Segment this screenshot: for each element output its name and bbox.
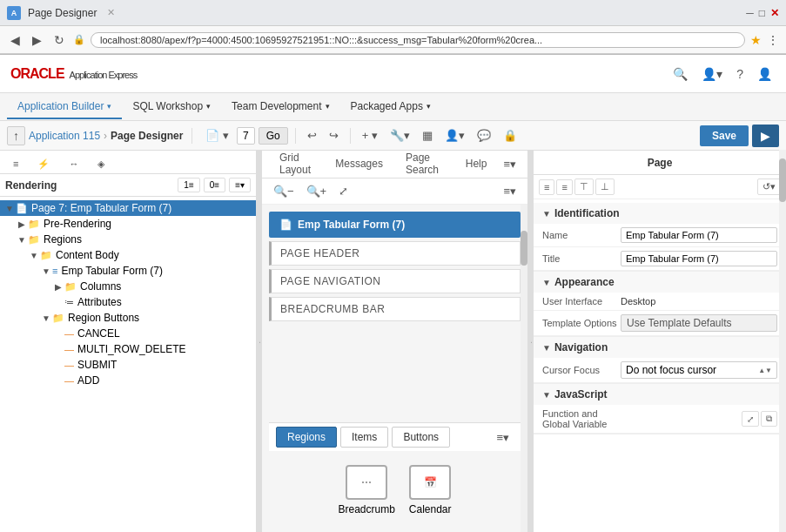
zoom-in-btn[interactable]: 🔍+ bbox=[302, 182, 332, 200]
center-scrollbar-thumb[interactable] bbox=[521, 231, 527, 266]
redo-button[interactable]: ↪ bbox=[325, 126, 343, 145]
component-breadcrumb[interactable]: ⋯ Breadcrumb bbox=[338, 465, 394, 515]
tree-item-attributes[interactable]: ≔ Attributes bbox=[0, 294, 256, 310]
back-button[interactable]: ◀ bbox=[7, 31, 24, 49]
component-calendar[interactable]: 📅 Calendar bbox=[409, 465, 452, 515]
nav-item-application-builder[interactable]: Application Builder ▾ bbox=[7, 95, 122, 119]
section-identification-header[interactable]: ▼ Identification bbox=[534, 203, 786, 224]
undo-button[interactable]: ↩ bbox=[303, 126, 321, 145]
section-javascript-label: JavaScript bbox=[554, 388, 608, 401]
tree-toggle-page7[interactable]: ▼ bbox=[3, 204, 16, 213]
maximize-btn[interactable]: □ bbox=[759, 7, 765, 19]
template-options-btn[interactable]: Use Template Defaults bbox=[621, 314, 777, 332]
page-component-box[interactable]: 📄 Emp Tabular Form (7) bbox=[269, 212, 521, 238]
align-left-btn[interactable]: ≡ bbox=[539, 179, 554, 195]
tree-toggle-pre-rendering[interactable]: ▶ bbox=[16, 219, 28, 229]
add-button[interactable]: + ▾ bbox=[358, 126, 382, 145]
forward-button[interactable]: ▶ bbox=[29, 31, 45, 49]
tree-item-add[interactable]: — ADD bbox=[0, 373, 256, 388]
expand-btn[interactable]: ⤢ bbox=[334, 182, 353, 200]
go-button[interactable]: Go bbox=[259, 127, 288, 145]
tab-page-search[interactable]: Page Search bbox=[395, 146, 453, 183]
page-number[interactable]: 7 bbox=[237, 127, 255, 145]
help-button[interactable]: ? bbox=[733, 64, 747, 84]
tree-toggle-content-body[interactable]: ▼ bbox=[28, 251, 40, 260]
section-appearance-header[interactable]: ▼ Appearance bbox=[534, 272, 786, 293]
tree-toggle-region-buttons[interactable]: ▼ bbox=[40, 313, 52, 323]
search-button[interactable]: 🔍 bbox=[669, 64, 691, 84]
tab-messages[interactable]: Messages bbox=[325, 152, 393, 177]
minimize-btn[interactable]: ─ bbox=[746, 7, 754, 19]
tree-item-multi-row-delete[interactable]: — MULTI_ROW_DELETE bbox=[0, 341, 256, 357]
save-button[interactable]: Save bbox=[700, 125, 749, 146]
settings-button[interactable]: 🔧▾ bbox=[386, 126, 414, 145]
lock-toolbar-button[interactable]: 🔒 bbox=[499, 126, 521, 145]
left-tab-shared[interactable]: ↔ bbox=[61, 154, 86, 173]
bottom-menu-btn[interactable]: ≡▾ bbox=[492, 428, 514, 447]
bookmark-icon[interactable]: ★ bbox=[750, 33, 762, 47]
right-scrollbar[interactable] bbox=[779, 150, 786, 532]
tab-help[interactable]: Help bbox=[455, 152, 498, 177]
up-button[interactable]: ↑ bbox=[7, 126, 25, 145]
tree-item-submit[interactable]: — SUBMIT bbox=[0, 357, 256, 373]
user-button[interactable]: 👤 bbox=[754, 64, 776, 84]
view-numbered-btn[interactable]: 1≡ bbox=[178, 178, 199, 192]
refresh-button[interactable]: ↻ bbox=[50, 31, 68, 49]
function-copy-btn[interactable]: ⧉ bbox=[761, 411, 777, 427]
title-input[interactable] bbox=[621, 251, 777, 266]
tree-toggle-emp-tabular[interactable]: ▼ bbox=[40, 266, 52, 276]
breadcrumb-app[interactable]: Application 115 bbox=[29, 130, 100, 142]
tree-item-emp-tabular[interactable]: ▼ ≡ Emp Tabular Form (7) bbox=[0, 263, 256, 279]
address-input[interactable] bbox=[91, 32, 745, 48]
account-menu-button[interactable]: 👤▾ bbox=[698, 64, 726, 84]
bottom-tab-items[interactable]: Items bbox=[340, 427, 388, 448]
nav-item-team-development[interactable]: Team Development ▾ bbox=[221, 95, 339, 119]
tree-item-pre-rendering[interactable]: ▶ 📁 Pre-Rendering bbox=[0, 216, 256, 232]
tree-toggle-regions[interactable]: ▼ bbox=[16, 235, 28, 245]
tree-item-content-body[interactable]: ▼ 📁 Content Body bbox=[0, 247, 256, 263]
nav-arrow-2: ▾ bbox=[326, 102, 330, 111]
nav-item-sql-workshop[interactable]: SQL Workshop ▾ bbox=[122, 95, 221, 119]
tab-close-icon[interactable]: ✕ bbox=[107, 7, 115, 18]
left-tab-list[interactable]: ≡ bbox=[5, 154, 26, 173]
center-menu-btn[interactable]: ≡▾ bbox=[499, 155, 521, 173]
center-scrollbar[interactable] bbox=[521, 205, 527, 532]
view-flat-btn[interactable]: 0≡ bbox=[204, 178, 225, 192]
chat-button[interactable]: 💬 bbox=[473, 126, 495, 145]
align-bottom-btn[interactable]: ⊥ bbox=[595, 178, 615, 195]
cursor-focus-select[interactable]: Do not focus cursor ▲▼ bbox=[621, 361, 777, 379]
section-navigation-header[interactable]: ▼ Navigation bbox=[534, 337, 786, 358]
view-menu-btn[interactable]: ≡▾ bbox=[229, 178, 251, 192]
tab-grid-layout[interactable]: Grid Layout bbox=[269, 146, 323, 183]
tree-item-columns[interactable]: ▶ 📁 Columns bbox=[0, 279, 256, 294]
page-menu-button[interactable]: 📄 ▾ bbox=[201, 126, 233, 145]
left-tab-lightning[interactable]: ⚡ bbox=[30, 154, 57, 173]
nav-item-packaged-apps[interactable]: Packaged Apps ▾ bbox=[340, 95, 441, 119]
zoom-out-btn[interactable]: 🔍− bbox=[269, 182, 299, 200]
grid-button[interactable]: ▦ bbox=[418, 126, 437, 145]
browser-menu-button[interactable]: ⋮ bbox=[767, 33, 779, 47]
bottom-tab-buttons[interactable]: Buttons bbox=[392, 427, 450, 448]
section-page-navigation[interactable]: PAGE NAVIGATION bbox=[269, 269, 521, 293]
section-javascript-header[interactable]: ▼ JavaScript bbox=[534, 384, 786, 405]
section-breadcrumb-bar[interactable]: BREADCRUMB BAR bbox=[269, 297, 521, 321]
tree-toggle-columns[interactable]: ▶ bbox=[52, 282, 64, 292]
center-view-menu-btn[interactable]: ≡▾ bbox=[499, 182, 521, 200]
section-page-header[interactable]: PAGE HEADER bbox=[269, 241, 521, 266]
tree-item-region-buttons[interactable]: ▼ 📁 Region Buttons bbox=[0, 310, 256, 326]
tree-item-regions[interactable]: ▼ 📁 Regions bbox=[0, 232, 256, 247]
align-center-btn[interactable]: ≡ bbox=[556, 179, 572, 195]
right-scrollbar-thumb[interactable] bbox=[779, 158, 786, 202]
left-tab-components[interactable]: ◈ bbox=[90, 154, 112, 173]
function-expand-btn[interactable]: ⤢ bbox=[742, 411, 759, 427]
team-button[interactable]: 👤▾ bbox=[440, 126, 469, 145]
tree-item-page7[interactable]: ▼ 📄 Page 7: Emp Tabular Form (7) bbox=[0, 200, 256, 216]
bottom-tab-regions[interactable]: Regions bbox=[276, 427, 337, 448]
right-panel-header: Page bbox=[534, 151, 786, 175]
name-input[interactable] bbox=[621, 227, 777, 243]
run-button[interactable]: ▶ bbox=[752, 125, 779, 147]
align-top-btn[interactable]: ⊤ bbox=[574, 178, 594, 195]
tree-item-cancel[interactable]: — CANCEL bbox=[0, 326, 256, 341]
close-btn[interactable]: ✕ bbox=[770, 7, 779, 19]
right-menu-btn[interactable]: ↺▾ bbox=[757, 178, 781, 195]
